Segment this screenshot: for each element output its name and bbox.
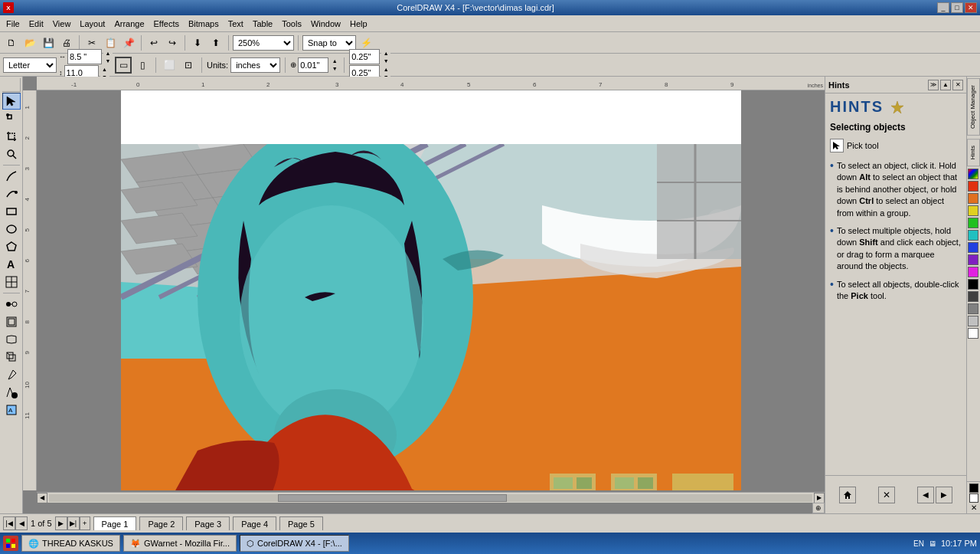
rectangle-tool-button[interactable]	[2, 203, 21, 220]
color-swatch-blue[interactable]	[968, 242, 978, 253]
last-page-button[interactable]: ▶|	[67, 516, 80, 530]
table-tool-button[interactable]	[2, 274, 21, 290]
pick-tool-button[interactable]	[2, 93, 21, 110]
envelope-tool-button[interactable]	[2, 331, 21, 348]
color-swatch-red[interactable]	[968, 181, 978, 192]
y-up-button[interactable]: ▲	[381, 65, 390, 73]
hints-tab[interactable]: Hints	[967, 139, 980, 166]
color-swatch-black[interactable]	[968, 279, 978, 290]
close-button[interactable]: ✕	[965, 2, 977, 13]
redo-button[interactable]: ↪	[164, 34, 181, 51]
x-coord-input[interactable]	[349, 49, 380, 64]
canvas-content[interactable]	[37, 90, 825, 490]
import-button[interactable]: ⬇	[189, 34, 206, 51]
nudge-up-button[interactable]: ▲	[330, 57, 339, 65]
menu-layout[interactable]: Layout	[75, 18, 109, 30]
landscape-button[interactable]: ▯	[134, 57, 151, 74]
menu-file[interactable]: File	[2, 18, 24, 30]
color-swatch-multi[interactable]	[968, 169, 978, 179]
fill-tool-button[interactable]	[2, 384, 21, 401]
height-up-button[interactable]: ▲	[100, 65, 109, 73]
page-tab-4[interactable]: Page 4	[233, 516, 276, 530]
next-page-button[interactable]: ▶	[55, 516, 67, 530]
undo-button[interactable]: ↩	[145, 34, 162, 51]
color-swatch-dark-gray[interactable]	[968, 291, 978, 302]
bleed-button[interactable]: ⊡	[180, 57, 197, 74]
color-swatch-green[interactable]	[968, 218, 978, 228]
menu-help[interactable]: Help	[345, 18, 372, 30]
hints-home-button[interactable]	[839, 487, 856, 503]
start-button[interactable]	[3, 536, 18, 551]
menu-window[interactable]: Window	[306, 18, 345, 30]
width-up-button[interactable]: ▲	[103, 49, 113, 57]
portrait-button[interactable]: ▭	[115, 57, 132, 74]
color-swatch-yellow[interactable]	[968, 205, 978, 216]
first-page-button[interactable]: |◀	[3, 516, 15, 530]
hints-expand-button[interactable]: ≫	[928, 80, 939, 90]
page-size-select[interactable]: Letter A4 Legal	[3, 57, 57, 73]
horizontal-scrollbar[interactable]: ◀ ▶	[37, 492, 825, 503]
canvas-area[interactable]: -1 0 1 2 3 4 5 6 7 8 9 inches 1	[23, 77, 825, 513]
menu-edit[interactable]: Edit	[24, 18, 48, 30]
x-up-button[interactable]: ▲	[381, 49, 390, 57]
ellipse-tool-button[interactable]	[2, 221, 21, 238]
hints-x-button[interactable]: ✕	[878, 487, 895, 503]
page-tab-3[interactable]: Page 3	[186, 516, 230, 530]
taskbar-thread-kaskus[interactable]: 🌐 THREAD KASKUS	[21, 535, 120, 552]
scroll-right-button[interactable]: ▶	[814, 493, 825, 503]
maximize-button[interactable]: □	[951, 2, 963, 13]
color-swatch-light-gray[interactable]	[968, 316, 978, 326]
page-tab-2[interactable]: Page 2	[139, 516, 183, 530]
add-page-button[interactable]: +	[80, 516, 90, 530]
scroll-track[interactable]	[49, 494, 812, 502]
crop-tool-button[interactable]	[2, 128, 21, 145]
menu-tools[interactable]: Tools	[277, 18, 306, 30]
color-swatch-orange[interactable]	[968, 193, 978, 204]
color-swatch-white[interactable]	[968, 328, 978, 339]
units-select[interactable]: inches mm cm	[230, 57, 280, 73]
extrude-tool-button[interactable]	[2, 349, 21, 366]
scroll-left-button[interactable]: ◀	[37, 493, 47, 503]
taskbar-coreldraw[interactable]: ⬡ CorelDRAW X4 - [F:\...	[240, 535, 349, 552]
page-width-input[interactable]	[67, 49, 102, 64]
menu-view[interactable]: View	[48, 18, 76, 30]
save-button[interactable]: 💾	[40, 34, 57, 51]
menu-table[interactable]: Table	[248, 18, 277, 30]
nudge-down-button[interactable]: ▼	[330, 65, 339, 73]
open-button[interactable]: 📂	[21, 34, 38, 51]
smart-fill-tool-button[interactable]: A	[2, 402, 21, 418]
width-down-button[interactable]: ▼	[103, 57, 113, 64]
blend-tool-button[interactable]	[2, 296, 21, 313]
freehand-tool-button[interactable]	[2, 168, 21, 185]
paste-button[interactable]: 📌	[120, 34, 137, 51]
hints-close-button[interactable]: ✕	[952, 80, 963, 90]
zoom-tool-button[interactable]	[2, 146, 21, 162]
zoom-indicator[interactable]: ⊕	[812, 503, 825, 513]
zoom-select[interactable]: 250% 100% 200% 400%	[233, 35, 294, 51]
export-button[interactable]: ⬆	[207, 34, 224, 51]
contour-tool-button[interactable]	[2, 313, 21, 330]
minimize-button[interactable]: _	[937, 2, 949, 13]
page-tab-1[interactable]: Page 1	[93, 516, 137, 530]
polygon-tool-button[interactable]	[2, 238, 21, 255]
color-swatch-purple[interactable]	[968, 254, 978, 265]
object-manager-tab[interactable]: Object Manager	[967, 78, 980, 136]
shape-tool-button[interactable]	[2, 110, 21, 127]
window-controls[interactable]: _ □ ✕	[937, 2, 977, 13]
scroll-thumb[interactable]	[278, 494, 507, 502]
prev-page-button[interactable]: ◀	[15, 516, 28, 530]
menu-text[interactable]: Text	[224, 18, 248, 30]
eyedropper-tool-button[interactable]	[2, 366, 21, 383]
menu-bitmaps[interactable]: Bitmaps	[184, 18, 224, 30]
color-swatch-magenta[interactable]	[968, 267, 978, 277]
smart-drawing-tool-button[interactable]	[2, 185, 21, 202]
page-tab-5[interactable]: Page 5	[279, 516, 323, 530]
color-swatch-gray[interactable]	[968, 303, 978, 314]
taskbar-mozilla[interactable]: 🦊 GWarnet - Mozilla Fir...	[123, 535, 237, 552]
new-button[interactable]: 🗋	[3, 34, 20, 51]
hints-collapse-button[interactable]: ▲	[940, 80, 951, 90]
hints-prev-button[interactable]: ◀	[917, 487, 934, 503]
nudge-input[interactable]	[298, 57, 328, 73]
menu-effects[interactable]: Effects	[149, 18, 184, 30]
text-tool-button[interactable]: A	[2, 256, 21, 273]
